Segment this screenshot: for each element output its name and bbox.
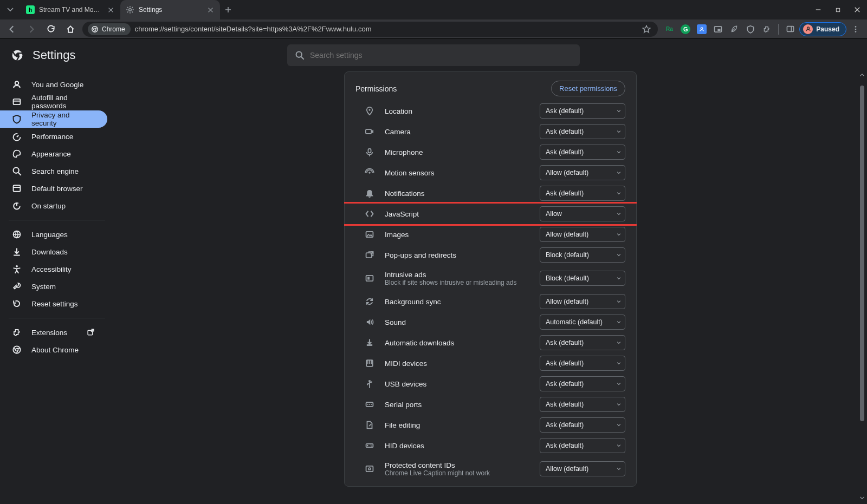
- permission-select-value: Allow (default): [546, 465, 588, 473]
- window-minimize-button[interactable]: [808, 0, 828, 19]
- permission-select[interactable]: Ask (default): [540, 145, 625, 160]
- permission-label: Pop-ups and redirects: [385, 251, 530, 259]
- window-maximize-button[interactable]: [828, 0, 847, 19]
- extension-icon-feather[interactable]: [727, 22, 741, 36]
- permission-select[interactable]: Allow (default): [540, 294, 625, 309]
- sidebar-item-autofill-and-passwords[interactable]: Autofill and passwords: [0, 93, 107, 110]
- dl-icon: [364, 337, 375, 348]
- side-panel-button[interactable]: [783, 22, 797, 36]
- permission-select[interactable]: Ask (default): [540, 103, 625, 119]
- sound-icon: [364, 317, 375, 328]
- permission-select[interactable]: Ask (default): [540, 356, 625, 371]
- tab-close-button[interactable]: [106, 5, 115, 14]
- autofill-icon: [12, 97, 22, 107]
- permission-select[interactable]: Automatic (default): [540, 315, 625, 330]
- permission-select[interactable]: Allow (default): [540, 227, 625, 242]
- nav-home-button[interactable]: [63, 22, 78, 37]
- chrome-menu-button[interactable]: [849, 22, 863, 36]
- window-close-button[interactable]: [847, 0, 867, 19]
- permission-select[interactable]: Ask (default): [540, 124, 625, 139]
- permission-select-value: Ask (default): [546, 401, 584, 408]
- permission-select[interactable]: Ask (default): [540, 397, 625, 412]
- search-icon: [295, 50, 305, 60]
- permission-select[interactable]: Allow (default): [540, 165, 625, 180]
- reset-permissions-button[interactable]: Reset permissions: [551, 81, 625, 96]
- permission-label: Location: [385, 107, 530, 115]
- extension-icon-shield[interactable]: [743, 22, 758, 36]
- sync-icon: [364, 296, 375, 307]
- motion-icon: [364, 167, 375, 178]
- user-icon: [12, 80, 22, 89]
- page-scrollbar[interactable]: [858, 71, 866, 502]
- permission-row-javascript: JavaScriptAllow: [345, 204, 636, 224]
- sidebar-item-reset-settings[interactable]: Reset settings: [0, 295, 107, 312]
- permission-select[interactable]: Ask (default): [540, 335, 625, 350]
- sidebar-item-label: Autofill and passwords: [31, 94, 95, 110]
- permission-label: Intrusive ads: [385, 271, 530, 279]
- scroll-down-icon[interactable]: [858, 494, 866, 502]
- sidebar-item-accessibility[interactable]: Accessibility: [0, 260, 107, 278]
- sidebar-item-performance[interactable]: Performance: [0, 128, 107, 145]
- sidebar-item-downloads[interactable]: Downloads: [0, 243, 107, 260]
- permission-select-value: Ask (default): [546, 359, 584, 367]
- sidebar-item-you-and-google[interactable]: You and Google: [0, 76, 107, 93]
- permission-select-value: Allow (default): [546, 169, 588, 176]
- extension-icon-1[interactable]: Ra: [662, 22, 676, 36]
- sidebar-item-search-engine[interactable]: Search engine: [0, 162, 107, 180]
- chevron-down-icon: [616, 232, 622, 237]
- sidebar-item-languages[interactable]: Languages: [0, 226, 107, 243]
- chevron-down-icon: [616, 211, 622, 217]
- tab-close-button[interactable]: [206, 5, 215, 14]
- nav-forward-button[interactable]: [24, 22, 39, 37]
- permission-row-pop-ups-and-redirects: Pop-ups and redirectsBlock (default): [345, 245, 636, 265]
- sidebar-item-default-browser[interactable]: Default browser: [0, 180, 107, 197]
- permission-select[interactable]: Block (default): [540, 271, 625, 286]
- permission-select[interactable]: Block (default): [540, 247, 625, 263]
- sidebar-item-on-startup[interactable]: On startup: [0, 197, 107, 214]
- sidebar-item-extensions[interactable]: Extensions: [0, 324, 107, 341]
- permission-row-protected-content-ids: Protected content IDsChrome Live Caption…: [345, 456, 636, 482]
- code-icon: [364, 208, 375, 219]
- permission-select[interactable]: Allow (default): [540, 461, 625, 476]
- tab-search-button[interactable]: [0, 0, 21, 19]
- ads-icon: [364, 273, 375, 284]
- sidebar-item-label: Appearance: [31, 150, 71, 158]
- browser-tab[interactable]: Settings: [120, 0, 220, 19]
- site-info-chip[interactable]: Chrome: [88, 23, 131, 35]
- new-tab-button[interactable]: [220, 0, 236, 19]
- permission-select[interactable]: Ask (default): [540, 438, 625, 453]
- profile-paused-chip[interactable]: Paused: [799, 22, 846, 36]
- settings-search-input[interactable]: [310, 51, 572, 60]
- sidebar-item-about-chrome[interactable]: About Chrome: [0, 341, 107, 358]
- permission-select[interactable]: Ask (default): [540, 376, 625, 391]
- nav-reload-button[interactable]: [43, 22, 59, 37]
- browser-tab[interactable]: hStream TV and Movies Live an: [21, 0, 120, 19]
- extension-icon-grammarly[interactable]: G: [678, 22, 693, 36]
- sidebar-item-privacy-and-security[interactable]: Privacy and security: [0, 110, 107, 128]
- omnibox[interactable]: Chrome chrome://settings/content/siteDet…: [82, 22, 658, 37]
- settings-search-box[interactable]: [287, 44, 580, 66]
- extension-icon-pip[interactable]: [711, 22, 725, 36]
- sidebar-item-appearance[interactable]: Appearance: [0, 145, 107, 162]
- permission-select-value: Ask (default): [546, 148, 584, 156]
- reset-icon: [12, 299, 22, 309]
- extensions-menu-button[interactable]: [760, 22, 774, 36]
- nav-back-button[interactable]: [4, 22, 20, 37]
- chevron-down-icon: [616, 443, 622, 448]
- permission-row-background-sync: Background syncAllow (default): [345, 291, 636, 312]
- bookmark-star-button[interactable]: [640, 22, 652, 37]
- chevron-down-icon: [616, 149, 622, 155]
- permission-select[interactable]: Allow: [540, 206, 625, 221]
- permission-select[interactable]: Ask (default): [540, 417, 625, 433]
- profile-paused-label: Paused: [816, 25, 839, 33]
- settings-header: Settings: [0, 39, 867, 71]
- permission-row-midi-devices: MIDI devicesAsk (default): [345, 353, 636, 374]
- permission-select-value: Ask (default): [546, 380, 584, 388]
- sidebar-item-label: System: [31, 283, 56, 291]
- extension-icon-blue[interactable]: [695, 22, 709, 36]
- sidebar-item-system[interactable]: System: [0, 278, 107, 295]
- scrollbar-thumb[interactable]: [860, 86, 864, 421]
- tab-title: Stream TV and Movies Live an: [39, 6, 102, 14]
- scroll-up-icon[interactable]: [858, 71, 866, 79]
- permission-select[interactable]: Ask (default): [540, 186, 625, 201]
